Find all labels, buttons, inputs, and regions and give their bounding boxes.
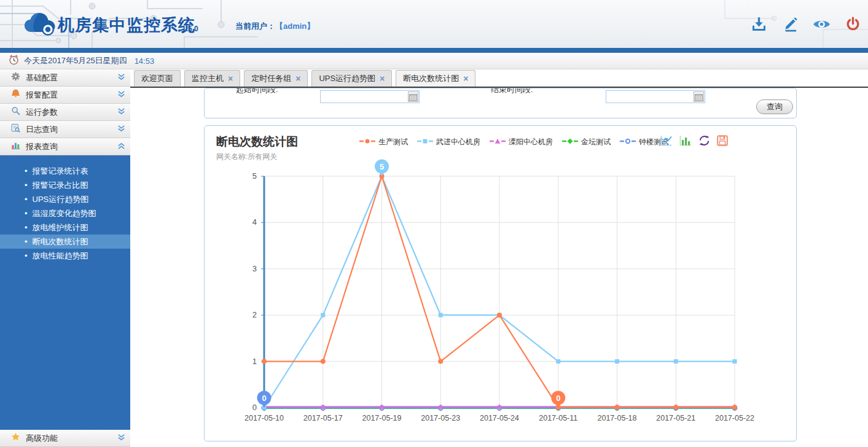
bullet-icon: • <box>25 223 28 232</box>
main-area: 欢迎页面监控主机×定时任务组×UPS运行趋势图×断电次数统计图× 起始时间段: … <box>130 69 868 447</box>
sidebar-group-label: 日志查询 <box>26 124 112 135</box>
tab-label: 监控主机 <box>192 73 224 84</box>
chevron-down-icon[interactable] <box>117 433 125 444</box>
svg-text:2017-05-17: 2017-05-17 <box>303 414 343 422</box>
bullet-icon: • <box>25 237 28 246</box>
svg-text:2017-05-11: 2017-05-11 <box>539 414 577 422</box>
calendar-icon[interactable] <box>694 91 704 102</box>
close-icon[interactable]: × <box>463 74 468 84</box>
sidebar-item-断电次数统计图[interactable]: •断电次数统计图 <box>0 235 130 249</box>
sidebar-item-label: 报警记录统计表 <box>33 166 88 177</box>
sidebar-item-温湿度变化趋势图[interactable]: •温湿度变化趋势图 <box>0 206 130 220</box>
svg-text:2017-05-22: 2017-05-22 <box>715 414 754 422</box>
end-time-input[interactable] <box>606 91 694 103</box>
sidebar-item-label: 报警记录占比图 <box>33 180 88 191</box>
line-chart[interactable]: 0123452017-05-102017-05-172017-05-192017… <box>205 126 797 441</box>
sidebar-group-高级功能[interactable]: 高级功能 <box>0 430 130 447</box>
bullet-icon: • <box>25 166 28 176</box>
sidebar-item-报警记录统计表[interactable]: •报警记录统计表 <box>0 164 130 178</box>
star-icon <box>11 432 20 444</box>
end-time-input-wrap <box>606 90 705 103</box>
chevron-down-icon[interactable] <box>117 107 125 118</box>
svg-text:2017-05-10: 2017-05-10 <box>244 414 284 422</box>
today-date-text: 今天是2017年5月25日星期四 <box>24 55 127 66</box>
current-user-label: 当前用户： <box>235 21 275 31</box>
sidebar-item-放电性能趋势图[interactable]: •放电性能趋势图 <box>0 249 130 263</box>
tab-label: 定时任务组 <box>251 73 291 84</box>
search-icon <box>11 106 20 118</box>
start-time-label: 起始时间段: <box>236 88 278 95</box>
sidebar-item-label: 放电性能趋势图 <box>33 251 88 262</box>
chevron-down-icon[interactable] <box>117 124 125 135</box>
svg-text:0: 0 <box>252 403 257 412</box>
sidebar-item-label: UPS运行趋势图 <box>33 194 89 205</box>
close-icon[interactable]: × <box>228 74 233 84</box>
tab-UPS运行趋势图[interactable]: UPS运行趋势图× <box>311 70 392 87</box>
sidebar-group-报警配置[interactable]: 报警配置 <box>0 87 130 104</box>
tab-strip: 欢迎页面监控主机×定时任务组×UPS运行趋势图×断电次数统计图× <box>130 69 868 88</box>
svg-text:3: 3 <box>252 264 257 273</box>
sidebar-group-label: 基础配置 <box>26 72 112 84</box>
current-user-value: 【admin】 <box>275 21 315 31</box>
tab-欢迎页面[interactable]: 欢迎页面 <box>134 70 181 87</box>
report-icon <box>11 141 20 152</box>
chevron-up-icon[interactable] <box>117 141 125 152</box>
download-icon[interactable] <box>749 15 768 33</box>
chevron-down-icon[interactable] <box>117 72 125 84</box>
eye-icon[interactable] <box>812 15 831 33</box>
sidebar-group-label: 高级功能 <box>26 433 112 444</box>
sidebar-item-label: 断电次数统计图 <box>33 236 88 247</box>
clock-icon <box>9 55 19 68</box>
sidebar-item-label: 温湿度变化趋势图 <box>33 208 96 219</box>
sidebar-group-运行参数[interactable]: 运行参数 <box>0 104 130 121</box>
edit-icon[interactable] <box>781 15 799 33</box>
sidebar: 基础配置报警配置运行参数日志查询报表查询•报警记录统计表•报警记录占比图•UPS… <box>0 69 130 447</box>
calendar-icon[interactable] <box>408 91 418 102</box>
bell-icon <box>11 89 20 101</box>
end-time-label: 结束时间段: <box>491 88 533 95</box>
query-button[interactable]: 查询 <box>756 99 793 114</box>
sidebar-item-放电维护统计图[interactable]: •放电维护统计图 <box>0 220 130 235</box>
app-title: 机房集中监控系统 <box>58 14 195 36</box>
header-toolbar <box>749 15 862 33</box>
bullet-icon: • <box>25 195 28 204</box>
sidebar-group-label: 运行参数 <box>26 107 112 118</box>
tab-label: 欢迎页面 <box>141 73 173 84</box>
sidebar-group-日志查询[interactable]: 日志查询 <box>0 121 130 138</box>
start-time-input[interactable] <box>321 91 408 103</box>
bullet-icon: • <box>25 251 28 260</box>
tab-label: UPS运行趋势图 <box>319 73 375 84</box>
tab-断电次数统计图[interactable]: 断电次数统计图× <box>396 70 475 87</box>
query-panel: 起始时间段: 结束时间段: 查询 <box>204 88 797 119</box>
sidebar-group-报表查询[interactable]: 报表查询 <box>0 138 130 155</box>
chevron-down-icon[interactable] <box>117 90 125 101</box>
svg-text:2: 2 <box>252 310 257 319</box>
svg-text:2017-05-24: 2017-05-24 <box>480 414 519 422</box>
sidebar-item-label: 放电维护统计图 <box>33 222 88 233</box>
log-icon <box>11 123 20 135</box>
sidebar-item-UPS运行趋势图[interactable]: •UPS运行趋势图 <box>0 192 130 206</box>
svg-text:2017-05-21: 2017-05-21 <box>656 414 695 422</box>
close-icon[interactable]: × <box>295 74 300 84</box>
gear-icon <box>11 72 20 84</box>
sidebar-submenu: •报警记录统计表•报警记录占比图•UPS运行趋势图•温湿度变化趋势图•放电维护统… <box>0 155 130 430</box>
svg-text:5: 5 <box>252 171 257 181</box>
bullet-icon: • <box>25 181 28 190</box>
start-time-input-wrap <box>320 90 420 103</box>
close-icon[interactable]: × <box>380 74 385 84</box>
current-time: 14:53 <box>135 56 155 66</box>
tab-监控主机[interactable]: 监控主机× <box>184 70 240 87</box>
svg-text:2017-05-23: 2017-05-23 <box>421 414 460 422</box>
app-logo <box>23 11 59 41</box>
chart-panel: 断电次数统计图 网关名称:所有网关 生产测试武进中心机房溧阳中心机房金坛测试钟楼… <box>204 125 797 441</box>
tab-定时任务组[interactable]: 定时任务组× <box>244 70 308 87</box>
sidebar-group-label: 报表查询 <box>26 141 112 152</box>
sidebar-item-报警记录占比图[interactable]: •报警记录占比图 <box>0 178 130 192</box>
svg-text:0: 0 <box>262 394 266 403</box>
app-version: 1.5.0 <box>182 25 198 33</box>
svg-text:4: 4 <box>252 217 257 227</box>
sidebar-group-基础配置[interactable]: 基础配置 <box>0 69 130 87</box>
bullet-icon: • <box>25 209 28 218</box>
current-user: 当前用户：【admin】 <box>235 21 315 32</box>
power-icon[interactable] <box>843 15 862 33</box>
